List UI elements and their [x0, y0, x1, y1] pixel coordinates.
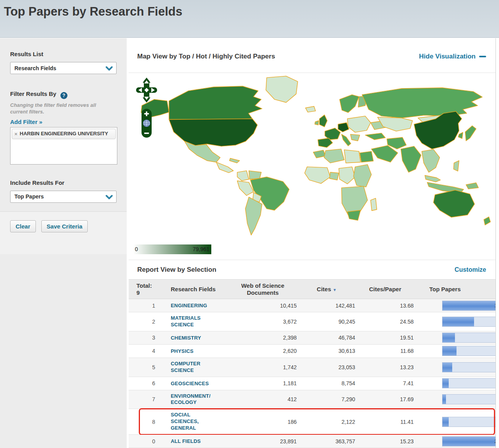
map-region-australia[interactable]: [434, 190, 474, 218]
cites-sort-label: Cites: [317, 286, 331, 292]
zoom-control[interactable]: [142, 109, 152, 138]
cites-per-paper-cell: 7.41: [356, 380, 414, 386]
map-region-greenland[interactable]: [266, 76, 298, 103]
top-papers-bar-fill: [442, 437, 496, 446]
rank-cell: 6: [129, 380, 159, 386]
report-view-header: Report View by Selection Customize: [129, 260, 495, 280]
map-controls: [136, 77, 157, 141]
cites-cell: 7,290: [297, 396, 356, 402]
filter-note: Changing the filter field removes all cu…: [10, 102, 111, 115]
map-region-china[interactable]: [414, 112, 462, 149]
map-region-saudi-arabia[interactable]: [372, 145, 398, 162]
hide-visualization-link[interactable]: Hide Visualization: [419, 53, 486, 60]
top-papers-bar-fill: [442, 346, 457, 356]
remove-filter-icon[interactable]: ×: [14, 131, 18, 137]
cites-cell: 23,053: [297, 364, 356, 370]
map-region-russia[interactable]: [362, 88, 482, 118]
map-region-central-africa[interactable]: [339, 167, 355, 184]
map-region-egypt[interactable]: [360, 151, 373, 162]
total-label: Total:: [136, 282, 159, 289]
map-region-nigeria[interactable]: [329, 172, 339, 180]
save-criteria-button[interactable]: Save Criteria: [41, 220, 88, 232]
include-results-value: Top Papers: [14, 193, 44, 200]
cites-cell: 46,784: [297, 335, 356, 341]
clear-button[interactable]: Clear: [10, 220, 36, 232]
include-results-select[interactable]: Top Papers: [10, 191, 117, 203]
map-region-se-asia[interactable]: [422, 149, 440, 172]
page-title: Top Papers by Research Fields: [0, 0, 499, 19]
legend-min-value: 0: [135, 246, 138, 252]
top-papers-bar-fill: [442, 333, 455, 342]
cites-per-paper-cell: 13.68: [356, 303, 414, 309]
map-region-italy[interactable]: [342, 134, 351, 146]
documents-cell: 1,742: [228, 364, 297, 370]
research-field-link[interactable]: ENGINEERING: [171, 303, 207, 309]
research-field-link[interactable]: COMPUTER SCIENCE: [171, 361, 214, 374]
top-papers-value: 273: [494, 438, 496, 444]
map-region-southern-africa[interactable]: [342, 186, 368, 215]
help-icon[interactable]: ?: [60, 92, 67, 99]
map-region-france[interactable]: [325, 128, 340, 140]
map-region-colombia[interactable]: [237, 171, 249, 181]
top-papers-bar: 54: [442, 317, 496, 327]
map-region-uk[interactable]: [319, 115, 327, 127]
map-region-iceland[interactable]: [306, 106, 316, 112]
map-region-argentina[interactable]: [245, 197, 262, 235]
cites-per-paper-cell: 11.41: [356, 419, 414, 425]
map-region-libya[interactable]: [344, 150, 361, 163]
map-region-cuba[interactable]: [230, 158, 240, 163]
map-region-south-africa[interactable]: [347, 210, 361, 220]
research-field-link[interactable]: PHYSICS: [171, 348, 193, 355]
map-region-algeria[interactable]: [324, 149, 344, 163]
column-header-cites-per-paper: Cites/Paper: [356, 286, 414, 292]
results-list-select[interactable]: Research Fields: [10, 62, 117, 74]
map-region-norway-sweden[interactable]: [340, 95, 359, 113]
results-list-value: Research Fields: [14, 65, 56, 71]
map-region-central-america[interactable]: [216, 162, 234, 173]
map-region-png[interactable]: [466, 183, 478, 189]
research-field-link[interactable]: MATERIALS SCIENCE: [171, 315, 214, 328]
map-region-madagascar[interactable]: [371, 198, 377, 211]
documents-cell: 3,672: [228, 319, 297, 325]
cites-per-paper-cell: 15.23: [356, 438, 414, 444]
map-region-west-africa[interactable]: [305, 167, 331, 184]
map-region-eastern-europe[interactable]: [347, 116, 371, 133]
research-field-link[interactable]: ALL FIELDS: [171, 438, 201, 445]
map-region-morocco[interactable]: [313, 150, 326, 158]
map-region-malaysia[interactable]: [425, 175, 441, 182]
table-row: 4PHYSICS2,62030,61311.6824: [129, 345, 495, 358]
world-map-area: 0 79,961: [129, 73, 495, 260]
research-field-link[interactable]: ENVIRONMENT/ECOLOGY: [171, 393, 214, 406]
cites-cell: 8,754: [297, 380, 356, 386]
top-papers-bar-fill: [442, 301, 496, 310]
top-papers-bar: 17: [442, 362, 496, 372]
map-region-east-africa[interactable]: [354, 165, 372, 187]
documents-cell: 2,398: [228, 335, 297, 341]
map-region-germany[interactable]: [338, 122, 349, 132]
map-region-usa[interactable]: [169, 119, 257, 147]
map-region-venezuela[interactable]: [249, 171, 261, 179]
research-field-link[interactable]: SOCIAL SCIENCES, GENERAL: [171, 412, 214, 432]
map-region-new-zealand[interactable]: [484, 217, 490, 225]
map-region-philippines[interactable]: [454, 161, 459, 171]
field-cell: CHEMISTRY: [159, 331, 228, 344]
choropleth-world-map: [130, 74, 493, 243]
map-region-balkans[interactable]: [350, 134, 360, 141]
column-header-cites[interactable]: Cites ▼: [297, 286, 356, 292]
map-region-ireland[interactable]: [315, 121, 319, 125]
map-region-japan[interactable]: [465, 126, 476, 141]
column-header-research-fields: Research Fields: [159, 286, 228, 292]
map-region-kazakhstan[interactable]: [378, 117, 413, 131]
map-region-korea[interactable]: [458, 132, 463, 138]
map-region-canada[interactable]: [169, 86, 262, 121]
results-list-label: Results List: [10, 51, 117, 57]
customize-link[interactable]: Customize: [455, 266, 486, 273]
research-field-link[interactable]: GEOSCIENCES: [171, 381, 209, 387]
top-papers-bar-fill: [442, 363, 452, 372]
top-papers-bar: 11: [442, 417, 496, 427]
map-region-turkey[interactable]: [365, 133, 386, 140]
add-filter-link[interactable]: Add Filter »: [10, 119, 42, 125]
map-region-india[interactable]: [401, 146, 421, 172]
research-field-link[interactable]: CHEMISTRY: [171, 335, 201, 342]
hide-visualization-label: Hide Visualization: [419, 53, 476, 60]
